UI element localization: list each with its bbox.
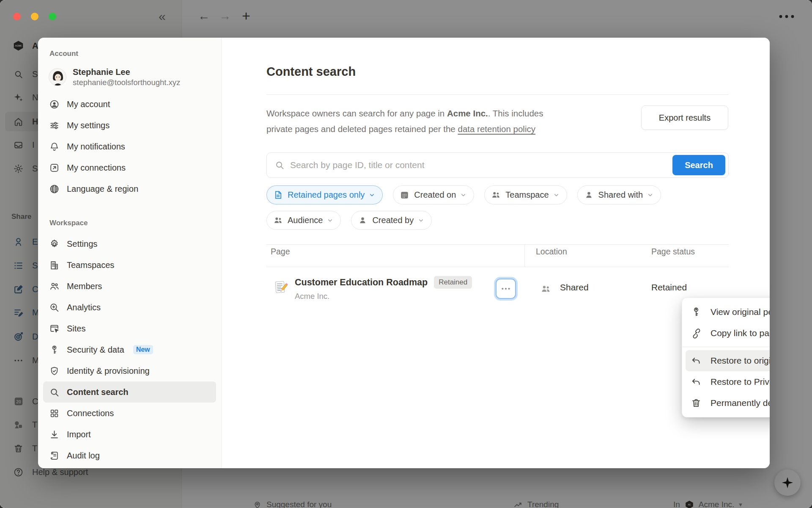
person-icon [584, 190, 594, 200]
table-header-border [266, 267, 729, 267]
menu-item-restore-original-location[interactable]: Restore to original location [686, 350, 770, 371]
filter-created-by[interactable]: Created by [351, 211, 432, 230]
sidebar-item-label: Audit log [67, 451, 100, 461]
browser-cursor-icon [49, 323, 60, 334]
menu-item-label: Copy link to page [710, 328, 770, 338]
page-icon [273, 190, 283, 200]
avatar [49, 68, 66, 86]
sidebar-item-label: Sites [67, 324, 85, 334]
sidebar-item-my-account[interactable]: My account [43, 94, 216, 115]
menu-item-restore-private-pages[interactable]: Restore to Private pages [686, 371, 770, 392]
account-user[interactable]: Stephanie Lee stephanie@toolsforthought.… [49, 66, 215, 88]
sidebar-item-my-settings[interactable]: My settings [43, 115, 216, 136]
column-divider [524, 244, 525, 267]
content-search-panel: Content search Workspace owners can sear… [222, 38, 770, 468]
sidebar-item-sites[interactable]: Sites [43, 318, 216, 339]
filter-label: Audience [288, 215, 323, 225]
search-icon [274, 160, 285, 170]
gear-icon [49, 239, 60, 249]
menu-item-label: Restore to original location [710, 356, 770, 366]
chevron-down-icon [327, 217, 333, 224]
close-window-button[interactable] [13, 13, 21, 20]
column-header-location: Location [536, 247, 567, 257]
sidebar-item-my-connections[interactable]: My connections [43, 157, 216, 178]
filter-label: Teamspace [505, 190, 549, 200]
column-header-page: Page [271, 247, 290, 257]
data-retention-policy-link[interactable]: data retention policy [458, 124, 535, 134]
page-status-cell: Retained [651, 282, 687, 293]
search-button[interactable]: Search [672, 155, 725, 175]
sidebar-item-audit-log[interactable]: Audit log [43, 445, 216, 466]
link-icon [691, 328, 702, 339]
sidebar-item-label: Connections [67, 409, 114, 418]
sidebar-item-my-notifications[interactable]: My notifications [43, 136, 216, 157]
people-icon [540, 284, 551, 294]
column-header-page-status: Page status [651, 247, 695, 257]
sidebar-item-teamspaces[interactable]: Teamspaces [43, 254, 216, 276]
retained-badge: Retained [434, 276, 472, 289]
sidebar-item-connections[interactable]: Connections [43, 403, 216, 424]
filter-shared-with[interactable]: Shared with [577, 185, 661, 204]
undo-icon [691, 376, 702, 387]
menu-item-view-original-permissions[interactable]: View original permissions [686, 301, 770, 323]
people-icon [49, 281, 60, 292]
search-input[interactable] [290, 160, 667, 170]
sidebar-item-label: My connections [67, 163, 126, 173]
settings-sidebar: Account Stephanie Lee stephanie@toolsfor… [38, 38, 222, 468]
chevron-down-icon [647, 192, 653, 198]
shield-check-icon [49, 366, 60, 376]
menu-divider [682, 347, 770, 347]
row-more-button[interactable] [496, 279, 516, 299]
workspace-section-header: Workspace [49, 219, 221, 227]
zoom-window-button[interactable] [49, 13, 56, 20]
sidebar-item-analytics[interactable]: Analytics [43, 297, 216, 318]
filter-audience[interactable]: Audience [266, 211, 341, 230]
memo-page-icon [273, 280, 288, 295]
sidebar-item-security-data[interactable]: Security & data New [43, 339, 216, 360]
menu-item-copy-link[interactable]: Copy link to page [686, 323, 770, 344]
table-top-border [266, 244, 729, 245]
sidebar-item-identity-provisioning[interactable]: Identity & provisioning [43, 360, 216, 381]
sidebar-item-members[interactable]: Members [43, 276, 216, 297]
trash-icon [691, 398, 702, 409]
filter-created-on[interactable]: Created on [393, 185, 474, 204]
people-icon [273, 215, 283, 225]
filter-label: Retained pages only [288, 190, 365, 200]
filter-retained-pages-only[interactable]: Retained pages only [266, 185, 383, 204]
menu-item-label: Permanently delete [710, 398, 770, 408]
sidebar-item-label: My settings [67, 121, 110, 130]
filter-row-1: Retained pages only Created on Teamspace… [266, 185, 661, 204]
sidebar-item-label: Security & data [67, 345, 124, 355]
sidebar-item-label: Members [67, 282, 102, 291]
menu-item-permanently-delete[interactable]: Permanently delete [686, 392, 770, 414]
person-icon [358, 215, 368, 225]
undo-icon [691, 355, 702, 366]
sidebar-item-content-search[interactable]: Content search [43, 381, 216, 403]
minimize-window-button[interactable] [31, 13, 38, 20]
page-row-subtitle: Acme Inc. [295, 292, 329, 301]
building-icon [49, 260, 60, 271]
user-email: stephanie@toolsforthought.xyz [73, 77, 180, 88]
filter-label: Shared with [598, 190, 643, 200]
page-row-title: Customer Education Roadmap [295, 277, 428, 288]
key-icon [691, 306, 702, 318]
description-text: . This includes [488, 108, 543, 118]
key-icon [49, 345, 60, 355]
settings-dialog: Account Stephanie Lee stephanie@toolsfor… [38, 38, 770, 468]
chevron-down-icon [369, 192, 375, 198]
sidebar-item-label: Teamspaces [67, 260, 114, 270]
grid-icon [49, 408, 60, 419]
bell-icon [49, 141, 60, 152]
window-controls [13, 13, 56, 20]
sidebar-item-import[interactable]: Import [43, 424, 216, 445]
sidebar-item-label: Language & region [67, 184, 138, 194]
download-icon [49, 429, 60, 440]
page-description: Workspace owners can search for any page… [266, 105, 639, 137]
sidebar-item-language-region[interactable]: Language & region [43, 178, 216, 199]
chevron-down-icon [553, 192, 560, 198]
export-results-button[interactable]: Export results [641, 105, 728, 130]
filter-teamspace[interactable]: Teamspace [484, 185, 567, 204]
sidebar-item-settings[interactable]: Settings [43, 233, 216, 254]
people-icon [491, 190, 501, 200]
user-circle-icon [49, 99, 60, 110]
